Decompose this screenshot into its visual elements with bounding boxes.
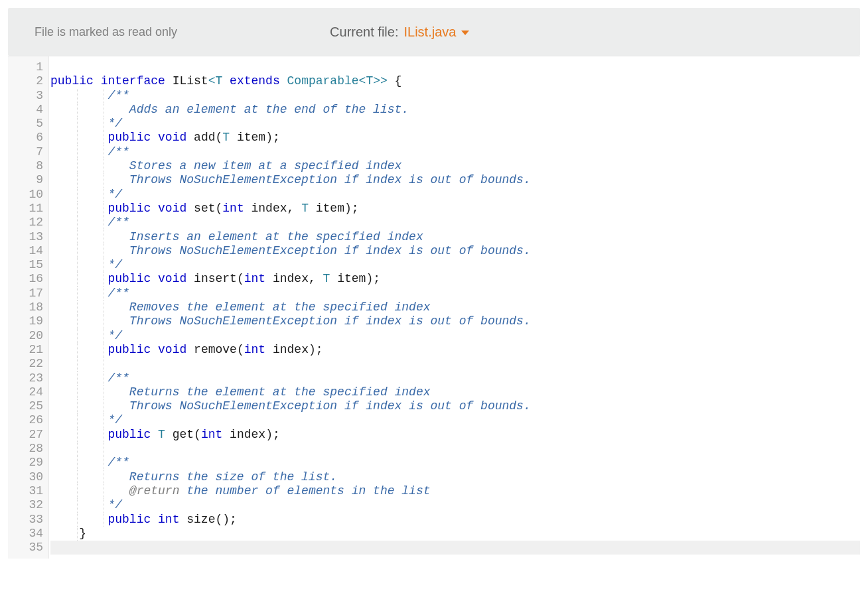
code-line[interactable]: */ — [50, 413, 860, 427]
code-line[interactable]: Throws NoSuchElementException if index i… — [50, 314, 860, 328]
token-cm: Stores a new item at a specified index — [108, 159, 401, 172]
code-line[interactable]: public void remove(int index); — [50, 343, 860, 357]
token-id: size — [186, 513, 215, 526]
line-number: 16 — [8, 272, 43, 286]
token-sp — [186, 202, 194, 215]
token-id: index — [230, 428, 265, 441]
code-line[interactable]: Returns the size of the list. — [50, 470, 860, 484]
code-line[interactable]: /** — [50, 456, 860, 470]
token-id: index — [273, 343, 309, 356]
code-line[interactable]: public void insert(int index, T item); — [50, 272, 860, 286]
token-gen: < — [359, 74, 366, 88]
code-editor[interactable]: 1234567891011121314151617181920212223242… — [8, 56, 860, 559]
token-sp — [151, 343, 158, 356]
line-number: 12 — [8, 216, 43, 230]
code-line[interactable]: */ — [50, 258, 860, 272]
token-punc: ( — [215, 202, 222, 215]
code-line[interactable]: Adds an element at the end of the list. — [50, 103, 860, 117]
code-line[interactable]: } — [50, 527, 860, 541]
code-line[interactable]: Throws NoSuchElementException if index i… — [50, 399, 860, 413]
token-sp — [165, 428, 173, 441]
token-punc: ); — [265, 428, 280, 441]
code-line[interactable]: Returns the element at the specified ind… — [50, 385, 860, 399]
code-line[interactable]: public void set(int index, T item); — [50, 202, 860, 216]
token-kw: extends — [230, 74, 280, 88]
code-line[interactable]: Stores a new item at a specified index — [50, 159, 860, 173]
code-line[interactable]: public void add(T item); — [50, 131, 860, 145]
token-cm: /** — [108, 287, 129, 300]
token-kw: public — [108, 202, 151, 215]
chevron-down-icon — [461, 31, 469, 35]
token-kw: public — [108, 428, 151, 441]
line-number: 15 — [8, 258, 43, 272]
token-sp — [330, 272, 337, 285]
token-id: remove — [194, 343, 237, 356]
code-line[interactable]: Throws NoSuchElementException if index i… — [50, 244, 860, 258]
code-line[interactable]: */ — [50, 498, 860, 512]
code-line[interactable]: Removes the element at the specified ind… — [50, 300, 860, 314]
token-kw: void — [158, 131, 186, 144]
code-line[interactable]: */ — [50, 329, 860, 343]
token-cm: */ — [108, 498, 122, 511]
token-cm: Inserts an element at the specified inde… — [108, 230, 423, 243]
code-line[interactable] — [50, 60, 860, 74]
code-line[interactable]: Throws NoSuchElementException if index i… — [50, 173, 860, 187]
line-number: 19 — [8, 314, 43, 328]
code-line[interactable]: Inserts an element at the specified inde… — [50, 230, 860, 244]
code-line[interactable]: /** — [50, 216, 860, 230]
code-line[interactable]: public int size(); — [50, 513, 860, 527]
token-cm: */ — [108, 258, 122, 271]
line-number: 30 — [8, 470, 43, 484]
code-line[interactable] — [50, 357, 860, 371]
token-cm: /** — [108, 371, 129, 385]
token-sp — [165, 74, 173, 88]
token-sp — [265, 343, 273, 356]
token-id: set — [194, 202, 215, 215]
line-number: 29 — [8, 456, 43, 470]
line-number: 10 — [8, 188, 43, 202]
line-number: 32 — [8, 498, 43, 512]
token-tag: @return — [129, 484, 180, 498]
token-kw: int — [244, 343, 265, 356]
token-punc: ( — [237, 272, 244, 285]
line-number: 23 — [8, 371, 43, 385]
code-line[interactable]: */ — [50, 117, 860, 131]
token-sp — [151, 513, 158, 526]
code-line[interactable]: public T get(int index); — [50, 428, 860, 442]
line-number: 14 — [8, 244, 43, 258]
code-line[interactable]: @return the number of elements in the li… — [50, 484, 860, 498]
code-line[interactable]: public interface IList<T extends Compara… — [50, 74, 860, 88]
token-cm: */ — [108, 413, 122, 427]
token-cm — [108, 484, 129, 498]
code-line[interactable]: */ — [50, 188, 860, 202]
token-gen: >> — [373, 74, 388, 88]
token-type: T — [323, 272, 330, 285]
line-number: 5 — [8, 117, 43, 131]
code-line[interactable]: /** — [50, 371, 860, 385]
token-punc: } — [79, 527, 86, 540]
code-area[interactable]: public interface IList<T extends Compara… — [49, 56, 860, 559]
token-id: item — [237, 131, 265, 144]
token-cm: Throws NoSuchElementException if index i… — [108, 399, 530, 413]
token-punc: ); — [366, 272, 380, 285]
line-number: 28 — [8, 442, 43, 456]
token-type: T — [301, 202, 309, 215]
code-line[interactable]: /** — [50, 287, 860, 300]
current-file-dropdown[interactable]: Current file: IList.java — [330, 25, 469, 40]
token-type: T — [158, 428, 165, 441]
line-number: 9 — [8, 173, 43, 187]
token-sp — [179, 513, 186, 526]
code-line[interactable] — [50, 541, 860, 555]
token-kw: public — [108, 131, 151, 144]
code-line[interactable]: /** — [50, 89, 860, 103]
line-number: 11 — [8, 202, 43, 216]
token-kw: public — [108, 513, 151, 526]
token-cm: /** — [108, 456, 129, 469]
code-line[interactable]: /** — [50, 145, 860, 159]
token-cm: Adds an element at the end of the list. — [108, 103, 409, 116]
token-punc: ); — [309, 343, 323, 356]
token-type: Comparable — [287, 74, 359, 88]
code-line[interactable] — [50, 442, 860, 456]
line-number: 25 — [8, 399, 43, 413]
token-cm: the number of elements in the list — [179, 484, 430, 498]
